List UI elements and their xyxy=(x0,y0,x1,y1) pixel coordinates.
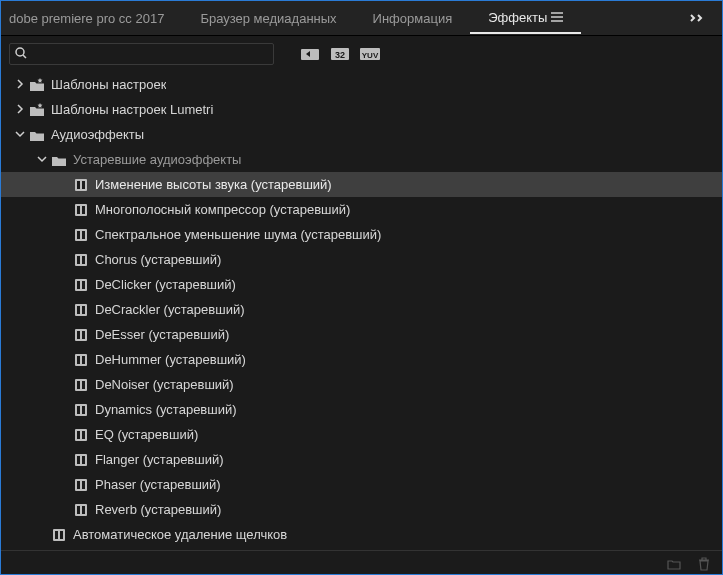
svg-rect-16 xyxy=(77,256,80,264)
svg-rect-47 xyxy=(82,506,85,514)
svg-rect-42 xyxy=(75,479,87,491)
effect-item[interactable]: DeHummer (устаревший) xyxy=(1,347,722,372)
svg-text:32: 32 xyxy=(335,50,345,60)
item-label: Аудиоэффекты xyxy=(51,127,144,142)
search-field-wrap xyxy=(9,43,274,65)
effect-item[interactable]: DeNoiser (устаревший) xyxy=(1,372,722,397)
bin-item[interactable]: Аудиоэффекты xyxy=(1,122,722,147)
tab-label: dobe premiere pro cc 2017 xyxy=(9,11,164,26)
svg-rect-10 xyxy=(77,206,80,214)
32-bit-toggle[interactable]: 32 xyxy=(328,44,352,64)
bin-icon xyxy=(51,152,67,168)
item-label: DeCrackler (устаревший) xyxy=(95,302,245,317)
tab-info[interactable]: Информация xyxy=(355,1,471,35)
tabs-overflow-button[interactable] xyxy=(680,11,714,26)
bin-item[interactable]: Шаблоны настроек Lumetri xyxy=(1,97,722,122)
twisty-icon[interactable] xyxy=(15,77,25,92)
effect-item[interactable]: Phaser (устаревший) xyxy=(1,472,722,497)
tab-effects[interactable]: Эффекты xyxy=(470,2,581,34)
effect-item[interactable]: Chorus (устаревший) xyxy=(1,247,722,272)
effects-toolbar: 32 YUV xyxy=(1,36,722,72)
effect-item[interactable]: Спектральное уменьшение шума (устаревший… xyxy=(1,222,722,247)
effect-item[interactable]: Автоматическое удаление щелчков xyxy=(1,522,722,547)
effect-icon xyxy=(73,302,89,318)
effect-item[interactable]: Reverb (устаревший) xyxy=(1,497,722,522)
item-label: Шаблоны настроек xyxy=(51,77,166,92)
svg-rect-26 xyxy=(82,331,85,339)
tab-label: Информация xyxy=(373,11,453,26)
tab-media-browser[interactable]: Браузер медиаданных xyxy=(182,1,354,35)
effect-item[interactable]: EQ (устаревший) xyxy=(1,422,722,447)
tab-project[interactable]: dobe premiere pro cc 2017 xyxy=(9,1,182,35)
item-label: DeEsser (устаревший) xyxy=(95,327,229,342)
search-input[interactable] xyxy=(9,43,274,65)
item-label: Спектральное уменьшение шума (устаревший… xyxy=(95,227,381,242)
svg-rect-13 xyxy=(77,231,80,239)
item-label: DeNoiser (устаревший) xyxy=(95,377,234,392)
item-label: DeClicker (устаревший) xyxy=(95,277,236,292)
effect-item[interactable]: Многополосный компрессор (устаревший) xyxy=(1,197,722,222)
svg-rect-7 xyxy=(77,181,80,189)
effect-icon xyxy=(73,352,89,368)
delete-icon[interactable] xyxy=(696,556,712,572)
twisty-icon[interactable] xyxy=(15,127,25,142)
svg-rect-32 xyxy=(82,381,85,389)
svg-rect-40 xyxy=(77,456,80,464)
svg-rect-50 xyxy=(60,531,63,539)
item-label: Изменение высоты звука (устаревший) xyxy=(95,177,332,192)
item-label: Автоматическое удаление щелчков xyxy=(73,527,287,542)
svg-rect-6 xyxy=(75,179,87,191)
item-label: Шаблоны настроек Lumetri xyxy=(51,102,213,117)
svg-rect-8 xyxy=(82,181,85,189)
svg-rect-48 xyxy=(53,529,65,541)
effect-icon xyxy=(73,177,89,193)
item-label: Dynamics (устаревший) xyxy=(95,402,237,417)
item-label: Reverb (устаревший) xyxy=(95,502,221,517)
svg-rect-41 xyxy=(82,456,85,464)
effect-item[interactable]: DeEsser (устаревший) xyxy=(1,322,722,347)
effect-item[interactable]: DeCrackler (устаревший) xyxy=(1,297,722,322)
new-bin-icon[interactable] xyxy=(666,556,682,572)
effect-icon xyxy=(73,427,89,443)
svg-rect-38 xyxy=(82,431,85,439)
effect-icon xyxy=(73,252,89,268)
effect-icon xyxy=(73,402,89,418)
effects-tree[interactable]: Шаблоны настроекШаблоны настроек Lumetri… xyxy=(1,72,722,575)
svg-rect-29 xyxy=(82,356,85,364)
item-label: EQ (устаревший) xyxy=(95,427,198,442)
svg-rect-27 xyxy=(75,354,87,366)
effect-icon xyxy=(73,477,89,493)
effect-icon xyxy=(73,277,89,293)
svg-rect-20 xyxy=(82,281,85,289)
svg-rect-23 xyxy=(82,306,85,314)
twisty-icon[interactable] xyxy=(15,102,25,117)
svg-rect-12 xyxy=(75,229,87,241)
effect-item[interactable]: Flanger (устаревший) xyxy=(1,447,722,472)
svg-rect-18 xyxy=(75,279,87,291)
panel-footer xyxy=(1,550,722,575)
effect-item[interactable]: Dynamics (устаревший) xyxy=(1,397,722,422)
twisty-icon[interactable] xyxy=(37,152,47,167)
svg-rect-35 xyxy=(82,406,85,414)
effects-panel: 32 YUV Шаблоны настроекШаблоны настроек … xyxy=(1,35,722,575)
tab-label: Эффекты xyxy=(488,10,547,25)
panel-menu-icon[interactable] xyxy=(551,10,563,25)
effect-icon xyxy=(73,202,89,218)
effect-item[interactable]: Изменение высоты звука (устаревший) xyxy=(1,172,722,197)
svg-rect-19 xyxy=(77,281,80,289)
svg-rect-43 xyxy=(77,481,80,489)
svg-rect-14 xyxy=(82,231,85,239)
accelerated-effects-toggle[interactable] xyxy=(298,44,322,64)
preset-bin-icon xyxy=(29,77,45,93)
effect-icon xyxy=(51,527,67,543)
yuv-toggle[interactable]: YUV xyxy=(358,44,382,64)
svg-rect-30 xyxy=(75,379,87,391)
item-label: DeHummer (устаревший) xyxy=(95,352,246,367)
svg-rect-28 xyxy=(77,356,80,364)
effect-icon xyxy=(73,227,89,243)
bin-item[interactable]: Шаблоны настроек xyxy=(1,72,722,97)
effect-item[interactable]: DeClicker (устаревший) xyxy=(1,272,722,297)
svg-rect-39 xyxy=(75,454,87,466)
bin-item[interactable]: Устаревшие аудиоэффекты xyxy=(1,147,722,172)
preset-bin-icon xyxy=(29,102,45,118)
